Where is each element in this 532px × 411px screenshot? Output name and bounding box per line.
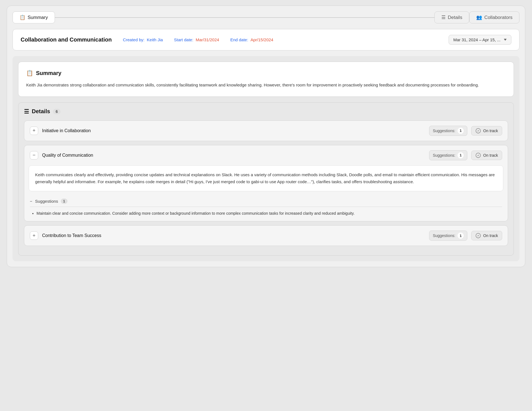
summary-title: Summary bbox=[36, 70, 61, 76]
contribution-suggestions-badge: Suggestions: 1 bbox=[429, 231, 467, 241]
quality-content-text: Keith communicates clearly and effective… bbox=[35, 172, 495, 184]
contribution-on-track-icon bbox=[475, 233, 481, 238]
chevron-down-icon bbox=[504, 39, 507, 41]
details-header: ☰ Details 6 bbox=[24, 108, 508, 115]
quality-suggestions-label: Suggestions: bbox=[433, 153, 455, 158]
details-tab-label: Details bbox=[448, 15, 462, 20]
details-card: ☰ Details 6 + Initiative in Collaboratio… bbox=[18, 102, 514, 256]
end-date-label: End date: bbox=[230, 37, 248, 42]
start-date: Start date: Mar/31/2024 bbox=[174, 37, 219, 42]
contribution-title: Contribution to Team Success bbox=[42, 233, 425, 238]
initiative-title: Initiative in Collaboration bbox=[42, 128, 425, 133]
expand-contribution-button[interactable]: + bbox=[30, 231, 38, 240]
collapse-quality-button[interactable]: − bbox=[30, 151, 38, 159]
people-icon: 👥 bbox=[476, 14, 482, 20]
details-list-icon: ☰ bbox=[24, 108, 29, 115]
expand-initiative-button[interactable]: + bbox=[30, 127, 38, 135]
end-date: End date: Apr/15/2024 bbox=[230, 37, 273, 42]
date-range-label: Mar 31, 2024 – Apr 15, ... bbox=[453, 37, 500, 42]
details-title: Details bbox=[32, 108, 50, 115]
on-track-icon bbox=[475, 128, 481, 134]
item-card-contribution-header[interactable]: + Contribution to Team Success Suggestio… bbox=[24, 226, 508, 246]
info-bar: Collaboration and Communication Created … bbox=[13, 29, 519, 50]
doc-icon: 📋 bbox=[20, 14, 25, 20]
project-title: Collaboration and Communication bbox=[21, 37, 112, 43]
quality-content: Keith communicates clearly and effective… bbox=[29, 165, 503, 191]
list-icon: ☰ bbox=[441, 14, 446, 20]
contribution-status: On track bbox=[483, 233, 498, 238]
outer-card: 📋 Summary ☰ Details 👥 Collaborators Coll… bbox=[7, 6, 525, 267]
quality-suggestions-mini-count: 1 bbox=[61, 199, 67, 204]
main-content: 📋 Summary Keith Jia demonstrates strong … bbox=[13, 56, 519, 261]
date-range-button[interactable]: Mar 31, 2024 – Apr 15, ... bbox=[449, 35, 511, 45]
summary-tab-label: Summary bbox=[28, 15, 48, 20]
initiative-on-track-badge: On track bbox=[471, 126, 502, 136]
quality-suggestions-list: Maintain clear and concise communication… bbox=[30, 210, 502, 217]
tab-summary[interactable]: 📋 Summary bbox=[13, 11, 55, 23]
quality-suggestions-section: − Suggestions 1 Maintain clear and conci… bbox=[24, 196, 508, 221]
tab-collaborators[interactable]: 👥 Collaborators bbox=[469, 11, 519, 23]
end-date-value: Apr/15/2024 bbox=[250, 37, 273, 42]
item-card-contribution: + Contribution to Team Success Suggestio… bbox=[24, 225, 508, 246]
quality-suggestions-count: 1 bbox=[458, 152, 464, 158]
item-card-initiative: + Initiative in Collaboration Suggestion… bbox=[24, 120, 508, 141]
quality-suggestions-section-header: − Suggestions 1 bbox=[30, 199, 502, 207]
quality-suggestions-badge: Suggestions: 1 bbox=[429, 150, 467, 160]
quality-suggestion-item: Maintain clear and concise communication… bbox=[37, 210, 502, 217]
tab-connector bbox=[55, 17, 434, 18]
item-card-quality: − Quality of Communication Suggestions: … bbox=[24, 145, 508, 222]
created-by-label: Created by: bbox=[123, 37, 145, 42]
tab-details[interactable]: ☰ Details bbox=[434, 11, 469, 23]
summary-body: Keith Jia demonstrates strong collaborat… bbox=[26, 81, 506, 89]
start-date-value: Mar/31/2024 bbox=[196, 37, 219, 42]
quality-on-track-badge: On track bbox=[471, 151, 502, 160]
created-by: Created by: Keith Jia bbox=[123, 37, 163, 42]
created-by-value: Keith Jia bbox=[147, 37, 163, 42]
initiative-suggestions-label: Suggestions: bbox=[433, 129, 455, 133]
quality-title: Quality of Communication bbox=[42, 153, 425, 158]
initiative-status: On track bbox=[483, 129, 498, 133]
summary-card-header: 📋 Summary bbox=[26, 70, 506, 76]
collaborators-tab-label: Collaborators bbox=[484, 15, 512, 20]
item-card-initiative-header[interactable]: + Initiative in Collaboration Suggestion… bbox=[24, 121, 508, 141]
summary-doc-icon: 📋 bbox=[26, 70, 33, 76]
summary-card: 📋 Summary Keith Jia demonstrates strong … bbox=[18, 62, 514, 97]
contribution-suggestions-label: Suggestions: bbox=[433, 233, 455, 238]
tab-bar: 📋 Summary ☰ Details 👥 Collaborators bbox=[13, 11, 519, 23]
initiative-suggestions-badge: Suggestions: 1 bbox=[429, 126, 467, 136]
start-date-label: Start date: bbox=[174, 37, 193, 42]
quality-on-track-icon bbox=[475, 153, 481, 158]
collapse-suggestions-icon[interactable]: − bbox=[30, 199, 32, 204]
quality-suggestions-header: Suggestions bbox=[35, 199, 58, 204]
quality-suggestion-text: Maintain clear and concise communication… bbox=[37, 211, 355, 216]
quality-status: On track bbox=[483, 153, 498, 158]
contribution-suggestions-count: 1 bbox=[458, 233, 464, 239]
initiative-suggestions-count: 1 bbox=[458, 128, 464, 134]
details-count-badge: 6 bbox=[53, 109, 61, 114]
item-card-quality-header[interactable]: − Quality of Communication Suggestions: … bbox=[24, 145, 508, 165]
contribution-on-track-badge: On track bbox=[471, 231, 502, 240]
